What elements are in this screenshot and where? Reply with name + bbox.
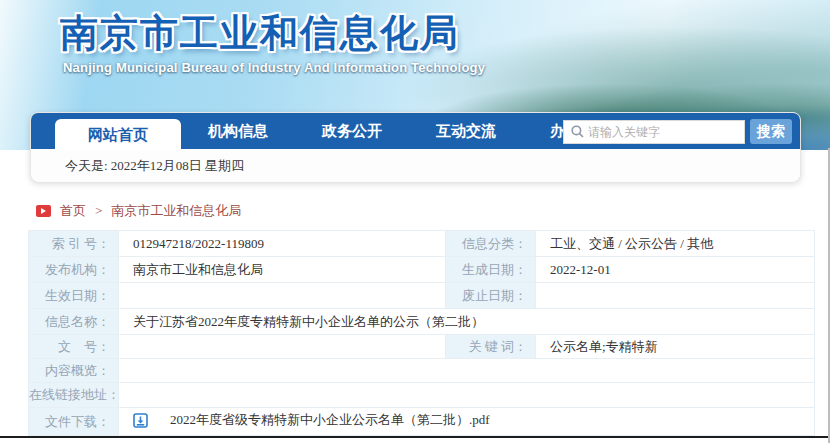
table-row: 生效日期： 废止日期： (29, 283, 815, 309)
table-row: 在线链接地址： (29, 383, 815, 408)
search-box: 搜索 (563, 119, 792, 144)
breadcrumb-home[interactable]: 首页 (60, 202, 86, 220)
info-table: 索 引 号： 012947218/2022-119809 信息分类： 工业、交通… (28, 230, 815, 436)
tab-org-info[interactable]: 机构信息 (181, 113, 295, 149)
publisher-label: 发布机构： (29, 257, 119, 283)
table-row: 发布机构： 南京市工业和信息化局 生成日期： 2022-12-01 (29, 257, 815, 283)
search-field (563, 120, 745, 144)
table-row: 索 引 号： 012947218/2022-119809 信息分类： 工业、交通… (29, 231, 815, 257)
abolish-date-value (536, 283, 815, 309)
breadcrumb-current[interactable]: 南京市工业和信息化局 (111, 202, 241, 220)
site-subtitle: Nanjing Municipal Bureau of Industry And… (63, 60, 485, 75)
abolish-date-label: 废止日期： (446, 283, 536, 309)
search-icon (571, 125, 584, 138)
search-input[interactable] (588, 125, 728, 139)
content-overview-label: 内容概览： (29, 359, 119, 383)
site-title: 南京市工业和信息化局 (60, 8, 460, 59)
search-button[interactable]: 搜索 (750, 119, 792, 144)
publisher-value: 南京市工业和信息化局 (119, 257, 446, 283)
content-overview-value (119, 359, 815, 383)
table-row: 文 号： 关 键 词： 公示名单;专精特新 (29, 335, 815, 359)
download-icon (133, 413, 148, 428)
file-download-cell: 2022年度省级专精特新中小企业公示名单（第二批）.pdf (119, 408, 815, 436)
tab-gov-disclosure[interactable]: 政务公开 (295, 113, 409, 149)
doc-number-label: 文 号： (29, 335, 119, 359)
effective-date-value (119, 283, 446, 309)
nav-card: 网站首页 机构信息 政务公开 互动交流 办事服务 搜索 今天是: 2022年12… (30, 112, 801, 182)
generate-date-label: 生成日期： (446, 257, 536, 283)
file-download-label: 文件下载： (29, 408, 119, 436)
index-number-value: 012947218/2022-119809 (119, 231, 446, 257)
breadcrumb-icon (36, 205, 51, 217)
online-link-label: 在线链接地址： (29, 383, 119, 408)
date-bar: 今天是: 2022年12月08日 星期四 (31, 149, 800, 182)
table-row: 内容概览： (29, 359, 815, 383)
keywords-value: 公示名单;专精特新 (536, 335, 815, 359)
breadcrumb-separator: > (95, 203, 102, 219)
tab-home[interactable]: 网站首页 (55, 119, 181, 150)
index-number-label: 索 引 号： (29, 231, 119, 257)
doc-number-value (119, 335, 446, 359)
info-name-label: 信息名称： (29, 309, 119, 335)
effective-date-label: 生效日期： (29, 283, 119, 309)
table-row: 信息名称： 关于江苏省2022年度专精特新中小企业名单的公示（第二批） (29, 309, 815, 335)
online-link-value (119, 383, 815, 408)
main-nav: 网站首页 机构信息 政务公开 互动交流 办事服务 搜索 (31, 113, 800, 149)
pdf-download-link[interactable]: 2022年度省级专精特新中小企业公示名单（第二批）.pdf (133, 411, 490, 429)
table-row: 文件下载： 2022年度省级专精特新中小企业公示名单（第二批）.pdf (29, 408, 815, 436)
keywords-label: 关 键 词： (446, 335, 536, 359)
breadcrumb: 首页 > 南京市工业和信息化局 (36, 202, 241, 220)
generate-date-value: 2022-12-01 (536, 257, 815, 283)
window-bottom-gap (0, 438, 830, 443)
info-category-value: 工业、交通 / 公示公告 / 其他 (536, 231, 815, 257)
page: 南京市工业和信息化局 Nanjing Municipal Bureau of I… (0, 0, 830, 443)
info-name-value: 关于江苏省2022年度专精特新中小企业名单的公示（第二批） (119, 309, 815, 335)
info-category-label: 信息分类： (446, 231, 536, 257)
pdf-file-name: 2022年度省级专精特新中小企业公示名单（第二批）.pdf (170, 411, 490, 429)
tab-interaction[interactable]: 互动交流 (409, 113, 523, 149)
